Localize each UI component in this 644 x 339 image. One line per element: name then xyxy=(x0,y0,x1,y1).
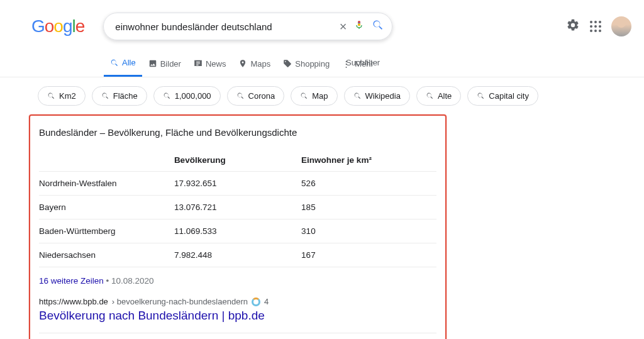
chip-wikipedia[interactable]: Wikipedia xyxy=(344,86,410,106)
gear-icon[interactable] xyxy=(566,18,580,35)
table-row: Baden-Württemberg11.069.533310 xyxy=(39,220,436,243)
table-row: Bayern13.076.721185 xyxy=(39,196,436,220)
snippet-table: Bevölkerung Einwohner je km² Nordrhein-W… xyxy=(39,149,436,267)
table-row: Niedersachsen7.982.448167 xyxy=(39,243,436,267)
table-row: Nordrhein-Westfalen17.932.651526 xyxy=(39,172,436,196)
chip-alte[interactable]: Alte xyxy=(416,86,461,106)
tab-shopping-label: Shopping xyxy=(295,59,330,69)
tab-maps-label: Maps xyxy=(250,59,270,69)
snippet-date: 10.08.2020 xyxy=(111,276,154,286)
more-rows-link[interactable]: 16 weitere Zeilen xyxy=(39,276,104,286)
cite-domain: https://www.bpb.de xyxy=(39,297,108,306)
result-title-link[interactable]: Bevölkerung nach Bundesländern | bpb.de xyxy=(39,309,436,323)
snippet-title: Bundesländer – Bevölkerung, Fläche und B… xyxy=(39,127,436,138)
chip-map[interactable]: Map xyxy=(291,86,337,106)
cite-badge: 4 xyxy=(264,297,269,306)
tab-all-label: Alle xyxy=(122,58,136,67)
featured-snippet: Bundesländer – Bevölkerung, Fläche und B… xyxy=(29,114,447,339)
search-input[interactable] xyxy=(115,21,339,32)
tab-news-label: News xyxy=(206,59,226,69)
table-header-dens: Einwohner je km² xyxy=(301,149,436,172)
apps-icon[interactable] xyxy=(590,21,601,32)
tab-shopping[interactable]: Shopping xyxy=(277,53,336,76)
tab-all[interactable]: Alle xyxy=(104,52,142,77)
avatar[interactable] xyxy=(611,16,631,36)
chip-fl-che[interactable]: Fläche xyxy=(92,86,147,106)
search-icon[interactable] xyxy=(372,19,384,34)
chip-1-000-000[interactable]: 1,000,000 xyxy=(153,86,221,106)
chip-corona[interactable]: Corona xyxy=(227,86,285,106)
tab-images-label: Bilder xyxy=(160,59,181,69)
search-box[interactable]: × xyxy=(103,13,392,40)
chip-capital-city[interactable]: Capital city xyxy=(467,86,538,106)
mic-icon[interactable] xyxy=(354,19,364,34)
cite-path: › bevoelkerung-nach-bundeslaendern xyxy=(112,297,248,306)
tab-news[interactable]: News xyxy=(187,53,233,76)
trust-ring-icon xyxy=(252,297,260,306)
google-logo[interactable]: Google xyxy=(31,16,84,36)
table-header-name xyxy=(39,149,174,172)
chip-km2[interactable]: Km2 xyxy=(38,86,86,106)
cite-line[interactable]: https://www.bpb.de › bevoelkerung-nach-b… xyxy=(39,297,436,306)
table-header-pop: Bevölkerung xyxy=(174,149,301,172)
search-filter-link[interactable]: Suchfilter xyxy=(346,58,380,67)
tab-images[interactable]: Bilder xyxy=(142,53,187,76)
more-rows-line: 16 weitere Zeilen • 10.08.2020 xyxy=(39,276,436,286)
clear-icon[interactable]: × xyxy=(340,19,347,34)
tab-maps[interactable]: Maps xyxy=(232,53,277,76)
